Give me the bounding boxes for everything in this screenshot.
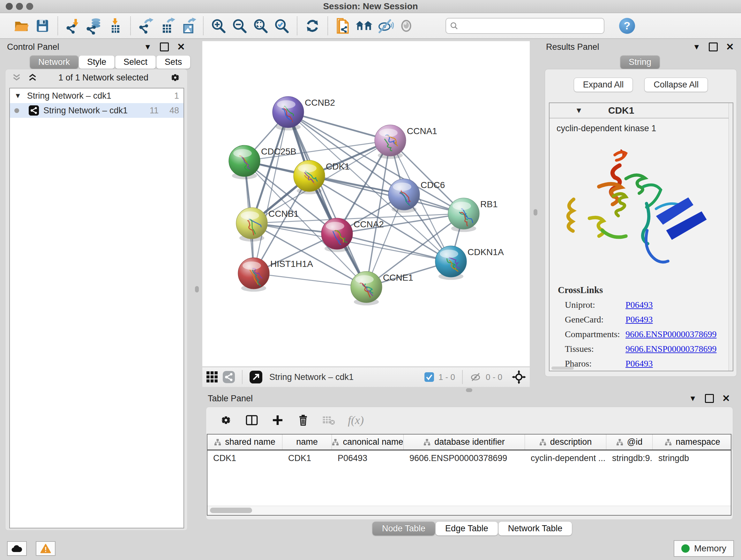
export-image-button[interactable] (178, 16, 199, 36)
apply-layout-button[interactable] (302, 16, 323, 36)
memory-button[interactable]: Memory (674, 540, 734, 557)
table-gear-icon[interactable] (219, 414, 232, 427)
crosslink-link[interactable]: P06493 (625, 359, 653, 369)
panel-close-icon[interactable]: ✕ (177, 44, 185, 51)
column-header-description[interactable]: description (525, 435, 606, 449)
minimize-window-button[interactable] (16, 3, 23, 10)
network-graph[interactable]: CCNB2CCNA1CDC25BCDK1CDC6RB1CCNB1CCNA2CDK… (202, 41, 530, 367)
export-network-button[interactable] (135, 16, 156, 36)
collapse-all-icon[interactable] (12, 73, 21, 82)
tab-network-table[interactable]: Network Table (498, 522, 572, 536)
export-table-button[interactable] (156, 16, 178, 36)
cell-shared-name[interactable]: CDK1 (207, 453, 282, 463)
add-row-icon[interactable] (271, 414, 284, 427)
tab-string[interactable]: String (620, 56, 660, 69)
warning-button[interactable] (36, 541, 56, 556)
column-header-shared-name[interactable]: shared name (207, 435, 282, 449)
selected-checkbox-icon[interactable] (424, 372, 434, 382)
crosslink-link[interactable]: 9606.ENSP00000378699 (625, 344, 717, 354)
import-network-database-button[interactable] (84, 16, 105, 36)
network-row[interactable]: String Network – cdk1 11 48 (10, 103, 184, 118)
node-HIST1H1A[interactable] (238, 258, 269, 292)
node-result-header[interactable]: ▼ CDK1 (549, 103, 733, 118)
node-CCNA1[interactable] (375, 125, 406, 159)
panel-float-icon[interactable] (705, 394, 714, 403)
zoom-window-button[interactable] (26, 3, 33, 10)
panel-close-icon[interactable]: ✕ (722, 395, 730, 402)
table-horizontal-scrollbar[interactable] (207, 506, 731, 515)
zoom-selected-button[interactable] (271, 16, 292, 36)
network-from-document-button[interactable] (333, 16, 354, 36)
panel-menu-caret[interactable]: ▼ (693, 43, 700, 51)
open-session-button[interactable] (11, 16, 32, 36)
hidden-eye-icon[interactable] (470, 372, 481, 382)
cell-name[interactable]: CDK1 (282, 453, 332, 463)
column-header-namespace[interactable]: namespace (653, 435, 733, 449)
tree-expand-caret[interactable]: ▼ (14, 91, 21, 100)
cell-namespace[interactable]: stringdb (653, 453, 733, 463)
tab-node-table[interactable]: Node Table (373, 522, 435, 536)
right-splitter-handle[interactable] (534, 209, 537, 215)
column-header-@id[interactable]: @id (606, 435, 653, 449)
import-network-file-button[interactable] (63, 16, 84, 36)
birdseye-crosshair-icon[interactable] (512, 370, 526, 384)
delete-icon[interactable] (297, 414, 310, 427)
panel-menu-caret[interactable]: ▼ (689, 394, 697, 403)
entry-collapse-caret[interactable]: ▼ (575, 106, 583, 115)
collapse-all-button[interactable]: Collapse All (644, 78, 708, 92)
results-horizontal-scroll-thumb[interactable] (551, 367, 574, 370)
save-session-button[interactable] (32, 16, 53, 36)
panel-close-icon[interactable]: ✕ (726, 44, 734, 51)
grid-view-icon[interactable] (206, 371, 218, 383)
share-view-icon[interactable] (223, 371, 235, 383)
node-CCNE1[interactable] (351, 271, 382, 306)
add-column-icon[interactable] (245, 414, 259, 427)
search-box[interactable] (446, 18, 604, 34)
results-vertical-scrollbar[interactable] (729, 103, 733, 371)
cell-database-identifier[interactable]: 9606.ENSP00000378699 (404, 453, 525, 463)
zoom-out-button[interactable] (229, 16, 250, 36)
zoom-in-button[interactable] (208, 16, 229, 36)
node-CCNB2[interactable] (273, 97, 304, 131)
panel-menu-caret[interactable]: ▼ (144, 43, 151, 51)
zoom-fit-button[interactable] (250, 16, 271, 36)
gear-icon[interactable] (170, 72, 181, 83)
crosslink-link[interactable]: P06493 (625, 314, 653, 325)
edge-CCNB2-HIST1H1A[interactable] (254, 112, 288, 273)
tab-edge-table[interactable]: Edge Table (435, 522, 498, 536)
network-view-canvas[interactable]: CCNB2CCNA1CDC25BCDK1CDC6RB1CCNB1CCNA2CDK… (202, 41, 530, 367)
column-header-canonical-name[interactable]: canonical name (332, 435, 404, 449)
graphics-details-button[interactable] (375, 16, 396, 36)
panel-float-icon[interactable] (709, 43, 718, 51)
search-input[interactable] (458, 20, 600, 31)
cell-canonical-name[interactable]: P06493 (332, 453, 404, 463)
birds-eye-button[interactable] (396, 16, 417, 36)
crosslink-link[interactable]: P06493 (625, 300, 653, 310)
tab-style[interactable]: Style (79, 56, 115, 69)
tab-select[interactable]: Select (115, 56, 156, 69)
edge-HIST1H1A-CCNE1[interactable] (254, 273, 366, 287)
node-CCNB1[interactable] (236, 207, 267, 242)
detach-view-icon[interactable] (250, 371, 262, 383)
close-window-button[interactable] (6, 3, 13, 10)
table-scroll-thumb[interactable] (210, 508, 252, 513)
node-CDK1[interactable] (293, 160, 325, 194)
help-button[interactable]: ? (619, 18, 635, 34)
left-splitter-handle[interactable] (195, 286, 199, 293)
expand-all-icon[interactable] (28, 73, 37, 82)
cell-@id[interactable]: stringdb:9... (606, 453, 653, 463)
column-header-name[interactable]: name (282, 435, 332, 449)
tab-sets[interactable]: Sets (156, 56, 190, 69)
cloud-status-button[interactable] (7, 541, 27, 556)
node-CCNA2[interactable] (321, 218, 353, 252)
node-CDKN1A[interactable] (435, 246, 467, 280)
node-CDC25B[interactable] (229, 145, 260, 179)
expand-all-button[interactable]: Expand All (574, 78, 633, 92)
panel-float-icon[interactable] (160, 43, 169, 51)
node-RB1[interactable] (448, 198, 479, 232)
node-CDC6[interactable] (388, 179, 420, 213)
horizontal-splitter-handle[interactable] (466, 388, 472, 392)
cell-description[interactable]: cyclin-dependent ... (525, 453, 606, 463)
table-row[interactable]: CDK1CDK1P064939606.ENSP00000378699cyclin… (207, 450, 731, 466)
network-collection-row[interactable]: ▼ String Network – cdk1 1 (10, 88, 184, 103)
